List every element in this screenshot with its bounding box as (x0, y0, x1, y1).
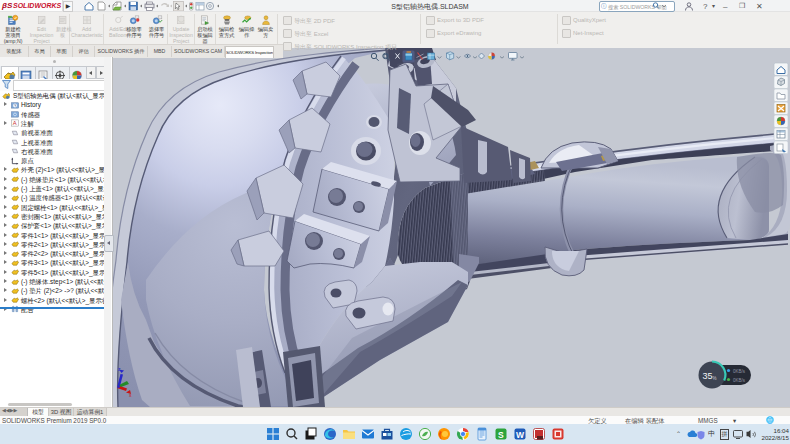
svg-text:0KB/s: 0KB/s (733, 369, 746, 374)
svg-text:S: S (498, 430, 504, 440)
svg-text:%: % (713, 376, 717, 381)
svg-text:W: W (516, 430, 525, 440)
svg-text:A: A (13, 121, 17, 127)
svg-text:0KB/s: 0KB/s (733, 378, 746, 383)
svg-text:35: 35 (703, 371, 713, 381)
